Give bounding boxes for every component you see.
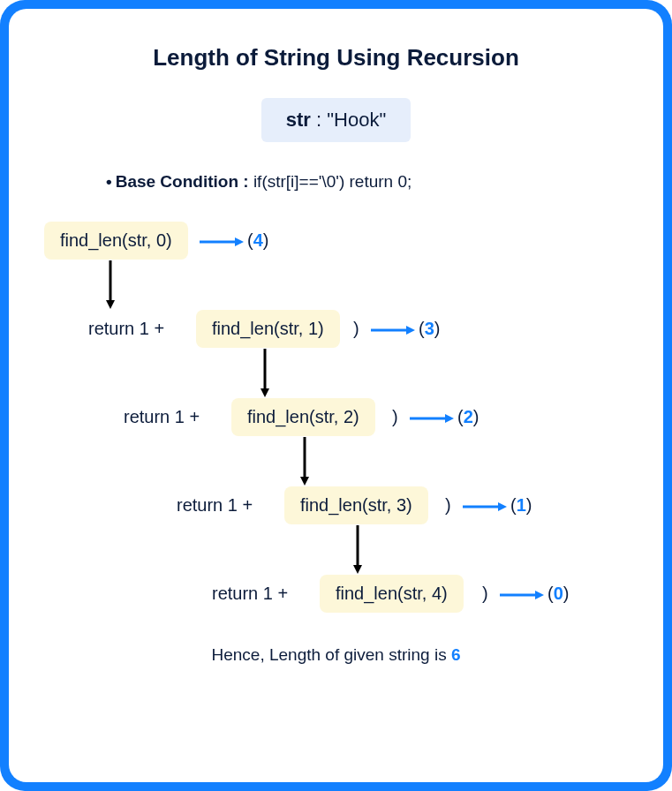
svg-marker-1 — [235, 237, 244, 246]
arrow-down-icon — [260, 349, 269, 397]
outer-frame: Length of String Using Recursion str : "… — [0, 0, 672, 791]
input-value: "Hook" — [327, 109, 386, 131]
svg-marker-9 — [445, 414, 454, 423]
arrow-down-icon — [300, 437, 309, 486]
result-value-0: 4 — [253, 230, 263, 251]
base-label: Base Condition : — [116, 172, 253, 191]
close-paren-3: ) — [445, 495, 451, 516]
conclusion-text: Hence, Length of given string is 6 — [35, 645, 637, 665]
input-row: str : "Hook" — [35, 98, 637, 142]
diagram-title: Length of String Using Recursion — [35, 44, 637, 72]
arrow-right-icon — [500, 591, 544, 599]
call-box-3: find_len(str, 3) — [284, 486, 428, 524]
result-0: (4) — [247, 230, 268, 251]
return-label-3: return 1 + — [177, 495, 253, 516]
paren-close: ) — [526, 495, 532, 516]
paren-open: ( — [419, 319, 425, 339]
arrow-down-icon — [353, 525, 362, 574]
base-code: if(str[i]=='\0') return 0; — [253, 172, 412, 191]
conclusion-value: 6 — [451, 645, 461, 664]
paren-close: ) — [473, 407, 479, 427]
paren-close: ) — [434, 319, 441, 339]
paren-close: ) — [263, 230, 269, 251]
svg-marker-17 — [535, 591, 544, 599]
result-4: (0) — [547, 584, 569, 604]
return-label-4: return 1 + — [212, 584, 288, 604]
paren-open: ( — [510, 495, 517, 516]
arrow-right-icon — [410, 414, 454, 423]
call-box-2: find_len(str, 2) — [231, 398, 375, 436]
return-label-2: return 1 + — [124, 407, 200, 427]
close-paren-1: ) — [353, 319, 359, 339]
bullet-icon: • — [106, 172, 112, 191]
input-label: str — [286, 109, 311, 131]
call-box-0: find_len(str, 0) — [44, 222, 188, 260]
result-value-4: 0 — [554, 584, 563, 604]
inner-frame: Length of String Using Recursion str : "… — [9, 9, 663, 782]
result-value-1: 3 — [425, 319, 434, 339]
arrow-down-icon — [106, 260, 115, 309]
call-box-1: find_len(str, 1) — [196, 310, 340, 348]
svg-marker-3 — [106, 300, 115, 309]
paren-open: ( — [457, 407, 464, 427]
return-label-1: return 1 + — [88, 319, 164, 339]
paren-open: ( — [247, 230, 253, 251]
svg-marker-7 — [260, 388, 269, 397]
arrow-right-icon — [200, 237, 244, 246]
close-paren-4: ) — [482, 584, 488, 604]
result-value-2: 2 — [464, 407, 473, 427]
svg-marker-11 — [300, 477, 309, 486]
close-paren-2: ) — [392, 407, 398, 427]
call-box-4: find_len(str, 4) — [320, 575, 464, 613]
recursion-diagram: find_len(str, 0) (4) return 1 + find_len… — [35, 222, 653, 645]
arrow-right-icon — [371, 326, 415, 335]
arrow-right-icon — [463, 502, 507, 511]
svg-marker-15 — [353, 565, 362, 574]
paren-close: ) — [563, 584, 570, 604]
conclusion-prefix: Hence, Length of given string is — [211, 645, 450, 664]
result-2: (2) — [457, 407, 479, 427]
svg-marker-5 — [406, 326, 415, 335]
result-value-3: 1 — [517, 495, 526, 516]
paren-open: ( — [547, 584, 554, 604]
result-1: (3) — [419, 319, 440, 339]
result-3: (1) — [510, 495, 532, 516]
input-colon: : — [311, 109, 327, 131]
svg-marker-13 — [498, 502, 507, 511]
input-box: str : "Hook" — [261, 98, 411, 142]
base-condition-row: •Base Condition : if(str[i]=='\0') retur… — [106, 172, 637, 192]
